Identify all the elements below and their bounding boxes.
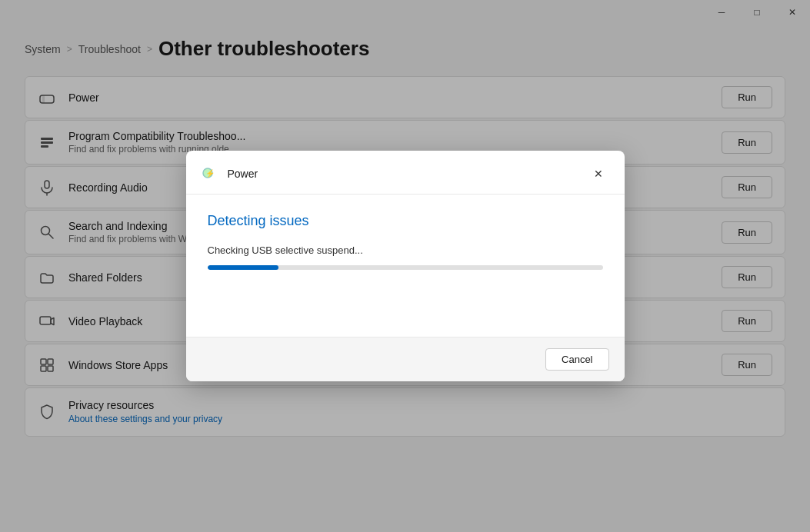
dialog-body: Detecting issues Checking USB selective … [186,195,625,337]
dialog-title: Power [228,168,258,180]
cancel-button[interactable]: Cancel [545,348,608,371]
dialog-footer: Cancel [186,337,625,381]
dialog-power-icon: ⚡ [202,165,220,183]
progress-bar-fill [208,265,279,270]
dialog-close-button[interactable]: ✕ [588,163,609,185]
dialog-overlay: ⚡ Power ✕ Detecting issues Checking USB … [0,0,810,532]
dialog-header: ⚡ Power ✕ [186,151,625,195]
progress-bar-container [208,265,603,270]
checking-text: Checking USB selective suspend... [208,244,603,256]
power-troubleshooter-dialog: ⚡ Power ✕ Detecting issues Checking USB … [186,151,625,381]
detecting-issues-title: Detecting issues [208,213,603,229]
svg-text:⚡: ⚡ [205,168,215,178]
